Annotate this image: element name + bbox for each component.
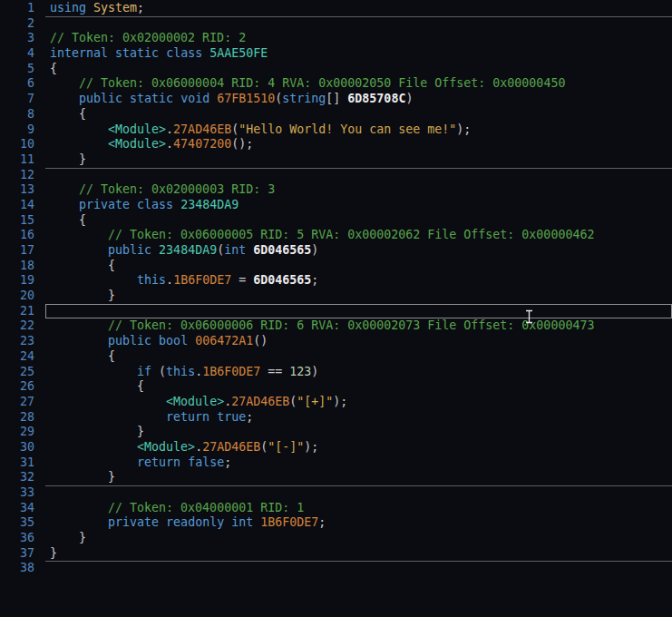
code-line[interactable]: 32 } <box>0 470 672 485</box>
keyword-token: public <box>79 92 122 105</box>
comment-token: // Token: 0x04000001 RID: 1 <box>108 501 304 514</box>
code-line-current[interactable]: 21 <box>0 304 672 319</box>
code-line[interactable]: 1using System; <box>0 1 672 16</box>
namespace-token[interactable]: System <box>93 1 137 15</box>
plain-token: ( <box>231 122 239 136</box>
code-line[interactable]: 19 this.1B6F0DE7 = 6D046565; <box>0 273 672 289</box>
code-line-content: // Token: 0x06000004 RID: 4 RVA: 0x00002… <box>45 76 672 92</box>
code-area[interactable]: 1using System;23// Token: 0x02000002 RID… <box>0 1 672 576</box>
code-line-content <box>45 561 672 576</box>
type-token[interactable]: <Module> <box>108 122 166 136</box>
code-line[interactable]: 27 <Module>.27AD46EB("[+]"); <box>0 395 672 410</box>
code-line[interactable]: 34 // Token: 0x04000001 RID: 1 <box>0 501 672 516</box>
keyword-token: false <box>188 455 224 469</box>
member-token[interactable]: 47407200 <box>173 137 231 151</box>
code-line[interactable]: 38 <box>0 561 672 576</box>
code-line[interactable]: 30 <Module>.27AD46EB("[-]"); <box>0 440 672 455</box>
code-line[interactable]: 2 <box>0 16 672 32</box>
code-line[interactable]: 16 // Token: 0x06000005 RID: 5 RVA: 0x00… <box>0 228 672 243</box>
line-number: 38 <box>0 561 40 576</box>
plain-token <box>50 455 137 469</box>
code-line[interactable]: 10 <Module>.47407200(); <box>0 137 672 152</box>
code-line[interactable]: 6 // Token: 0x06000004 RID: 4 RVA: 0x000… <box>0 76 672 92</box>
code-line[interactable]: 17 public 23484DA9(int 6D046565) <box>0 243 672 259</box>
code-line-content: this.1B6F0DE7 = 6D046565; <box>45 273 672 289</box>
code-line[interactable]: 15 { <box>0 213 672 229</box>
plain-token <box>50 122 108 136</box>
code-line[interactable]: 33 <box>0 485 672 501</box>
plain-token <box>86 1 93 15</box>
code-line[interactable]: 24 { <box>0 349 672 365</box>
line-number: 2 <box>0 16 40 32</box>
plain-token: } <box>50 425 144 438</box>
member-token[interactable]: 1B6F0DE7 <box>260 515 318 529</box>
member-token[interactable]: 27AD46EB <box>202 440 260 454</box>
plain-token: ; <box>311 273 318 287</box>
code-line[interactable]: 35 private readonly int 1B6F0DE7; <box>0 515 672 531</box>
plain-token <box>173 198 180 211</box>
type-token[interactable]: 23484DA9 <box>159 243 217 257</box>
parameter-token[interactable]: 6D85708C <box>347 92 405 105</box>
line-number: 15 <box>0 213 40 229</box>
code-line[interactable]: 22 // Token: 0x06000006 RID: 6 RVA: 0x00… <box>0 318 672 334</box>
code-line[interactable]: 20 } <box>0 289 672 304</box>
member-token[interactable]: 1B6F0DE7 <box>173 273 231 287</box>
string-token: "[-]" <box>268 440 304 454</box>
keyword-token: this <box>166 365 195 378</box>
code-line[interactable]: 29 } <box>0 425 672 440</box>
type-token[interactable]: <Module> <box>166 395 224 408</box>
member-token[interactable]: 67FB1510 <box>217 92 275 105</box>
code-line[interactable]: 7 public static void 67FB1510(string[] 6… <box>0 92 672 107</box>
type-token[interactable]: <Module> <box>137 440 195 454</box>
code-line-content: public 23484DA9(int 6D046565) <box>45 243 672 259</box>
parameter-token[interactable]: 6D046565 <box>253 273 311 287</box>
plain-token <box>180 455 188 469</box>
code-line[interactable]: 18 { <box>0 259 672 274</box>
member-token[interactable]: 006472A1 <box>195 334 253 348</box>
code-line[interactable]: 23 public bool 006472A1() <box>0 334 672 349</box>
plain-token: { <box>50 349 115 363</box>
code-line[interactable]: 14 private class 23484DA9 <box>0 198 672 213</box>
plain-token: { <box>50 379 144 393</box>
code-line[interactable]: 9 <Module>.27AD46EB("Hello World! You ca… <box>0 122 672 138</box>
keyword-token: int <box>231 515 253 529</box>
plain-token: ( <box>260 440 268 454</box>
plain-token: ( <box>217 243 224 257</box>
keyword-token: return <box>137 455 180 469</box>
code-line-content: } <box>45 425 672 440</box>
code-line[interactable]: 5{ <box>0 62 672 77</box>
code-line[interactable]: 8 { <box>0 107 672 122</box>
code-line[interactable]: 26 { <box>0 379 672 395</box>
member-token[interactable]: 27AD46EB <box>231 395 289 408</box>
code-line-content: } <box>45 470 672 485</box>
type-token[interactable]: 5AAE50FE <box>209 46 268 60</box>
keyword-token: void <box>180 92 209 105</box>
type-token[interactable]: <Module> <box>108 137 166 151</box>
plain-token <box>159 515 166 529</box>
parameter-token[interactable]: 6D046565 <box>253 243 311 257</box>
code-line[interactable]: 25 if (this.1B6F0DE7 == 123) <box>0 365 672 380</box>
member-token[interactable]: 1B6F0DE7 <box>202 365 260 378</box>
plain-token <box>50 440 137 454</box>
member-token[interactable]: 27AD46EB <box>173 122 231 136</box>
line-number: 29 <box>0 425 40 440</box>
plain-token: ; <box>137 1 144 15</box>
line-number: 22 <box>0 318 40 334</box>
plain-token: . <box>166 273 173 287</box>
code-line[interactable]: 11 } <box>0 152 672 168</box>
plain-token <box>209 410 217 424</box>
code-line[interactable]: 37} <box>0 546 672 562</box>
code-line-content: return false; <box>45 455 672 471</box>
code-line[interactable]: 4internal static class 5AAE50FE <box>0 46 672 62</box>
code-line-content: using System; <box>45 1 672 16</box>
line-number: 9 <box>0 122 40 138</box>
code-line[interactable]: 12 <box>0 168 672 183</box>
code-line[interactable]: 28 return true; <box>0 410 672 426</box>
code-line[interactable]: 13 // Token: 0x02000003 RID: 3 <box>0 182 672 198</box>
line-number: 6 <box>0 76 40 92</box>
type-token[interactable]: 23484DA9 <box>180 198 239 211</box>
code-line[interactable]: 3// Token: 0x02000002 RID: 2 <box>0 31 672 46</box>
keyword-token: int <box>224 243 246 257</box>
code-line[interactable]: 31 return false; <box>0 455 672 471</box>
code-line[interactable]: 36 } <box>0 531 672 546</box>
